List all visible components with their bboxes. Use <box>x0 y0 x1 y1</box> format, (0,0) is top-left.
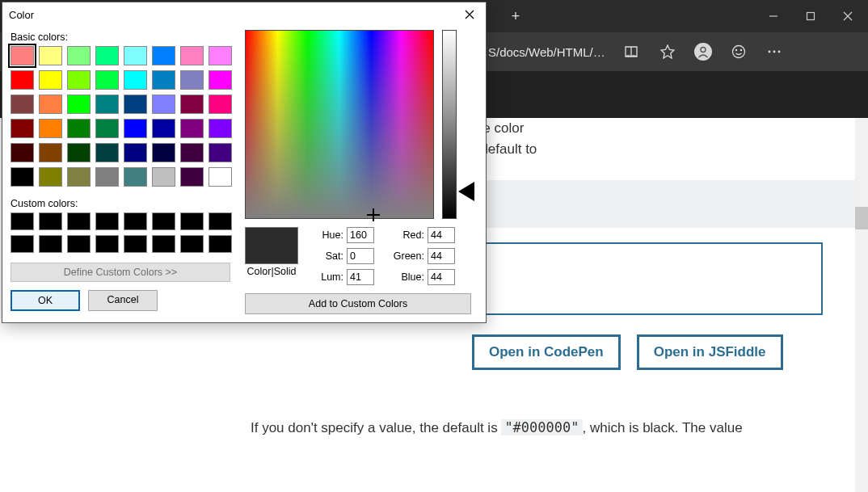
basic-color-swatch[interactable] <box>39 95 62 114</box>
basic-color-swatch[interactable] <box>152 167 175 187</box>
basic-color-swatch[interactable] <box>95 46 119 65</box>
custom-color-swatch[interactable] <box>39 212 62 230</box>
basic-color-swatch[interactable] <box>152 46 175 65</box>
luminance-slider[interactable] <box>442 30 457 219</box>
basic-color-swatch[interactable] <box>39 143 62 162</box>
basic-color-swatch[interactable] <box>180 70 204 90</box>
vertical-scrollbar[interactable] <box>855 118 868 492</box>
basic-color-swatch[interactable] <box>180 46 204 65</box>
basic-color-swatch[interactable] <box>39 119 62 138</box>
basic-color-swatch[interactable] <box>39 46 62 65</box>
custom-color-swatch[interactable] <box>95 212 119 230</box>
red-label: Red: <box>389 229 424 241</box>
basic-color-swatch[interactable] <box>209 95 232 114</box>
basic-color-swatch[interactable] <box>67 119 91 138</box>
basic-color-swatch[interactable] <box>67 95 91 114</box>
open-codepen-button[interactable]: Open in CodePen <box>472 334 621 370</box>
svg-point-6 <box>732 46 744 58</box>
basic-color-swatch[interactable] <box>124 119 147 138</box>
custom-color-swatch[interactable] <box>180 212 204 230</box>
basic-color-swatch[interactable] <box>180 167 204 187</box>
blue-label: Blue: <box>389 271 424 283</box>
svg-point-9 <box>768 51 770 53</box>
basic-color-swatch[interactable] <box>11 95 34 114</box>
basic-colors-label: Basic colors: <box>11 32 235 43</box>
current-color-preview <box>245 227 298 264</box>
basic-color-swatch[interactable] <box>95 167 119 187</box>
color-gradient-picker[interactable] <box>245 30 434 219</box>
custom-color-swatch[interactable] <box>209 235 232 253</box>
basic-color-swatch[interactable] <box>152 119 175 138</box>
basic-color-swatch[interactable] <box>95 119 119 138</box>
basic-color-swatch[interactable] <box>209 143 232 162</box>
custom-color-swatch[interactable] <box>152 235 175 253</box>
svg-point-11 <box>777 51 780 53</box>
hue-input[interactable] <box>347 227 374 243</box>
basic-color-swatch[interactable] <box>124 46 147 65</box>
reading-view-icon[interactable] <box>623 43 641 61</box>
custom-color-swatch[interactable] <box>124 235 147 253</box>
basic-color-swatch[interactable] <box>95 95 119 114</box>
basic-color-swatch[interactable] <box>11 143 34 162</box>
basic-color-swatch[interactable] <box>67 46 91 65</box>
basic-color-swatch[interactable] <box>11 70 34 90</box>
basic-color-swatch[interactable] <box>124 167 147 187</box>
basic-color-swatch[interactable] <box>11 119 34 138</box>
basic-color-swatch[interactable] <box>209 119 232 138</box>
basic-color-swatch[interactable] <box>11 167 34 187</box>
minimize-button[interactable] <box>755 0 792 32</box>
basic-color-swatch[interactable] <box>39 167 62 187</box>
feedback-icon[interactable] <box>730 43 748 61</box>
basic-color-swatch[interactable] <box>124 143 147 162</box>
custom-color-swatch[interactable] <box>152 212 175 230</box>
green-input[interactable] <box>428 248 455 264</box>
red-input[interactable] <box>428 227 455 243</box>
add-to-custom-colors-button[interactable]: Add to Custom Colors <box>245 293 471 314</box>
custom-colors-grid <box>11 212 235 253</box>
new-tab-button[interactable]: + <box>501 2 530 31</box>
basic-color-swatch[interactable] <box>11 46 34 65</box>
maximize-button[interactable] <box>792 0 829 32</box>
basic-color-swatch[interactable] <box>152 143 175 162</box>
basic-color-swatch[interactable] <box>67 167 91 187</box>
custom-color-swatch[interactable] <box>209 212 232 230</box>
basic-color-swatch[interactable] <box>39 70 62 90</box>
basic-color-swatch[interactable] <box>95 143 119 162</box>
basic-color-swatch[interactable] <box>124 70 147 90</box>
custom-color-swatch[interactable] <box>124 212 147 230</box>
svg-point-7 <box>735 49 736 50</box>
sat-input[interactable] <box>347 248 374 264</box>
basic-color-swatch[interactable] <box>180 95 204 114</box>
dialog-close-button[interactable] <box>460 5 479 24</box>
basic-color-swatch[interactable] <box>209 46 232 65</box>
custom-color-swatch[interactable] <box>67 235 91 253</box>
color-solid-label: Color|Solid <box>247 266 297 277</box>
basic-color-swatch[interactable] <box>209 70 232 90</box>
basic-color-swatch[interactable] <box>67 143 91 162</box>
favorite-icon[interactable] <box>659 43 676 61</box>
basic-color-swatch[interactable] <box>124 95 147 114</box>
custom-color-swatch[interactable] <box>180 235 204 253</box>
svg-point-10 <box>773 51 775 53</box>
sat-label: Sat: <box>308 250 343 262</box>
basic-color-swatch[interactable] <box>95 70 119 90</box>
window-close-button[interactable] <box>829 0 866 32</box>
custom-color-swatch[interactable] <box>11 235 34 253</box>
lum-input[interactable] <box>347 269 374 285</box>
profile-icon[interactable] <box>694 43 712 61</box>
custom-color-swatch[interactable] <box>11 212 34 230</box>
custom-color-swatch[interactable] <box>39 235 62 253</box>
basic-color-swatch[interactable] <box>152 70 175 90</box>
open-jsfiddle-button[interactable]: Open in JSFiddle <box>637 334 783 370</box>
ok-button[interactable]: OK <box>11 290 80 311</box>
basic-color-swatch[interactable] <box>180 143 204 162</box>
basic-color-swatch[interactable] <box>209 167 232 187</box>
more-icon[interactable] <box>765 43 783 61</box>
blue-input[interactable] <box>428 269 455 285</box>
custom-color-swatch[interactable] <box>95 235 119 253</box>
cancel-button[interactable]: Cancel <box>88 290 158 311</box>
basic-color-swatch[interactable] <box>152 95 175 114</box>
custom-color-swatch[interactable] <box>67 212 91 230</box>
basic-color-swatch[interactable] <box>67 70 91 90</box>
basic-color-swatch[interactable] <box>180 119 204 138</box>
